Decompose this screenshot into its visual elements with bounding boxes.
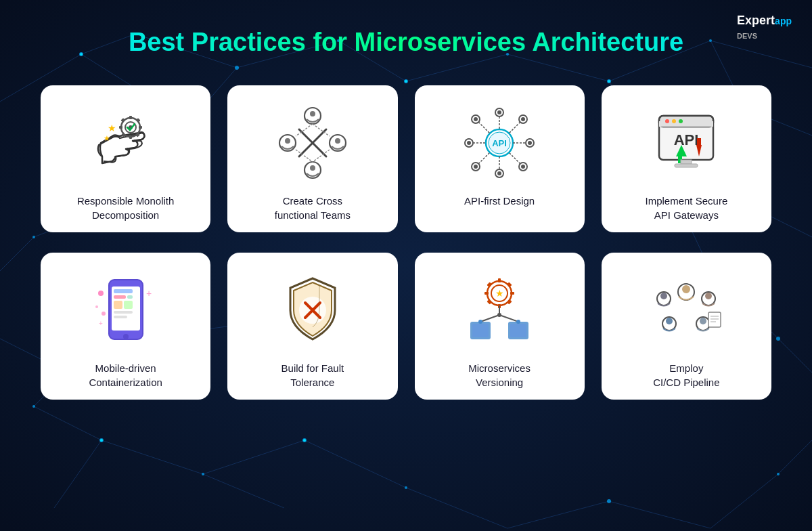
logo-devs: DEVS xyxy=(737,32,757,40)
svg-point-118 xyxy=(467,141,471,145)
svg-point-179 xyxy=(682,285,690,293)
logo: Expertapp DEVS xyxy=(737,14,792,42)
svg-rect-167 xyxy=(472,324,489,337)
card-fault: Build for FaultTolerance xyxy=(227,253,397,400)
svg-rect-140 xyxy=(114,295,126,299)
svg-rect-162 xyxy=(508,282,512,286)
svg-line-171 xyxy=(480,315,499,322)
svg-point-117 xyxy=(497,171,501,175)
svg-rect-75 xyxy=(119,126,122,129)
svg-line-109 xyxy=(478,122,490,133)
svg-rect-135 xyxy=(681,160,692,164)
svg-rect-163 xyxy=(487,299,492,304)
svg-rect-169 xyxy=(510,324,526,337)
svg-point-69 xyxy=(303,439,306,442)
svg-text:API: API xyxy=(674,131,699,148)
svg-point-116 xyxy=(497,110,501,114)
svg-rect-74 xyxy=(129,135,132,139)
svg-point-119 xyxy=(528,141,532,145)
svg-point-58 xyxy=(607,499,611,503)
cards-grid: ★ ★ Responsible MonolithDecomposition xyxy=(41,85,771,400)
card-cicd-label: EmployCI/CD Pipeline xyxy=(653,361,719,389)
svg-point-127 xyxy=(665,119,669,123)
card-monolith-label: Responsible MonolithDecomposition xyxy=(77,194,174,222)
svg-point-129 xyxy=(679,119,683,123)
card-api-design-label: API-first Design xyxy=(464,194,535,208)
svg-point-177 xyxy=(660,293,667,299)
svg-rect-141 xyxy=(127,295,133,299)
svg-rect-157 xyxy=(498,278,501,282)
teams-icon xyxy=(265,99,360,187)
svg-line-172 xyxy=(499,315,518,322)
gateway-icon: API xyxy=(639,99,734,187)
svg-rect-78 xyxy=(136,118,140,122)
svg-rect-145 xyxy=(114,316,127,318)
mobile-icon: + + xyxy=(78,266,173,354)
svg-line-111 xyxy=(509,122,520,133)
svg-point-55 xyxy=(202,473,204,475)
svg-point-148 xyxy=(102,312,106,316)
svg-point-174 xyxy=(478,320,482,324)
svg-rect-160 xyxy=(510,292,514,295)
svg-point-120 xyxy=(474,117,478,121)
versioning-icon: ★ xyxy=(452,266,547,354)
svg-text:★: ★ xyxy=(104,134,110,142)
logo-app: app xyxy=(775,16,792,26)
svg-point-57 xyxy=(405,486,407,489)
page-title: Best Practices for Microservices Archite… xyxy=(41,27,771,58)
svg-point-128 xyxy=(672,119,676,123)
svg-text:★: ★ xyxy=(108,123,116,133)
card-gateway: API Implement SecureAPI Gateways xyxy=(602,85,771,232)
api-design-icon: API xyxy=(452,99,547,187)
svg-point-173 xyxy=(497,313,501,317)
svg-rect-76 xyxy=(139,126,142,129)
svg-rect-164 xyxy=(508,299,512,304)
svg-point-149 xyxy=(95,305,98,308)
svg-point-90 xyxy=(310,165,315,171)
svg-text:★: ★ xyxy=(495,288,504,299)
svg-rect-73 xyxy=(129,116,132,119)
svg-rect-134 xyxy=(697,138,701,145)
svg-text:API: API xyxy=(492,138,507,148)
card-monolith: ★ ★ Responsible MonolithDecomposition xyxy=(41,85,210,232)
svg-point-146 xyxy=(123,334,129,339)
svg-point-122 xyxy=(474,165,478,169)
card-teams-label: Create Crossfunctional Teams xyxy=(275,194,351,222)
cicd-icon xyxy=(639,266,734,354)
logo-expert: Expert xyxy=(737,14,775,27)
card-api-design: API xyxy=(415,85,585,232)
svg-line-113 xyxy=(478,152,490,164)
fault-icon xyxy=(265,266,360,354)
svg-text:+: + xyxy=(146,288,152,299)
svg-point-183 xyxy=(666,318,673,324)
card-cicd: EmployCI/CD Pipeline xyxy=(602,253,771,400)
svg-rect-142 xyxy=(114,301,122,309)
svg-point-84 xyxy=(310,111,315,116)
svg-rect-161 xyxy=(487,282,492,286)
svg-rect-159 xyxy=(484,292,489,295)
card-fault-label: Build for FaultTolerance xyxy=(281,361,344,389)
svg-point-59 xyxy=(777,473,780,475)
svg-text:+: + xyxy=(99,320,103,327)
svg-point-67 xyxy=(100,439,103,442)
card-mobile: + + Mobile-drivenContainerization xyxy=(41,253,210,400)
svg-point-181 xyxy=(705,293,712,299)
card-mobile-label: Mobile-drivenContainerization xyxy=(89,361,162,389)
svg-point-147 xyxy=(98,291,104,296)
svg-rect-143 xyxy=(124,301,133,309)
svg-rect-139 xyxy=(114,289,133,293)
svg-point-88 xyxy=(335,138,340,144)
svg-rect-144 xyxy=(114,311,133,314)
card-gateway-label: Implement SecureAPI Gateways xyxy=(646,194,728,222)
svg-rect-186 xyxy=(708,312,721,327)
svg-point-175 xyxy=(516,320,520,324)
svg-point-185 xyxy=(700,318,706,324)
svg-point-86 xyxy=(285,138,290,144)
card-teams: Create Crossfunctional Teams xyxy=(227,85,397,232)
card-versioning-label: MicroservicesVersioning xyxy=(468,361,531,389)
svg-point-121 xyxy=(521,117,525,121)
svg-line-115 xyxy=(509,152,520,164)
card-versioning: ★ MicroservicesVersioning xyxy=(415,253,585,400)
monolith-icon: ★ ★ xyxy=(78,99,173,187)
svg-point-123 xyxy=(521,165,525,169)
